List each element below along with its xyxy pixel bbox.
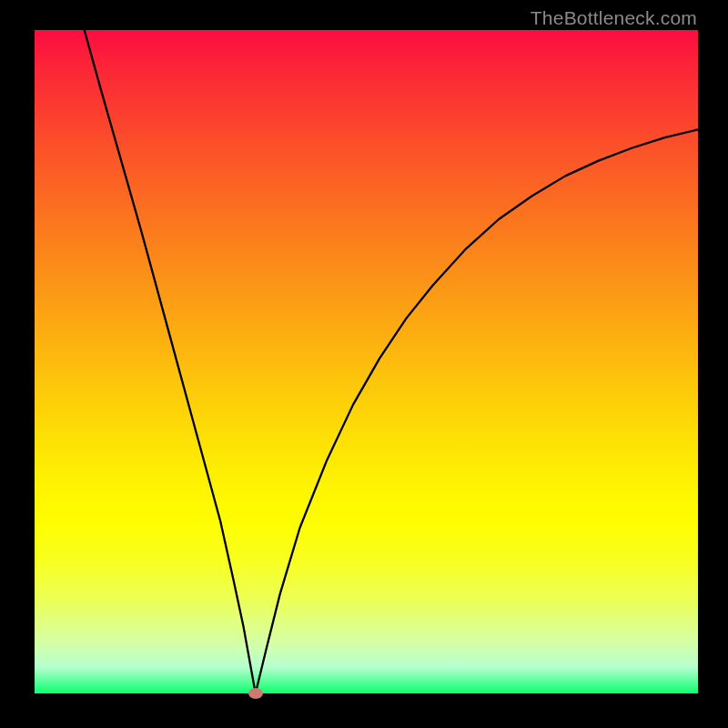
watermark-text: TheBottleneck.com <box>531 7 697 29</box>
optimum-marker <box>248 688 263 699</box>
bottleneck-curve <box>35 30 698 693</box>
plot-area <box>35 30 698 693</box>
chart-frame: TheBottleneck.com <box>0 0 728 728</box>
